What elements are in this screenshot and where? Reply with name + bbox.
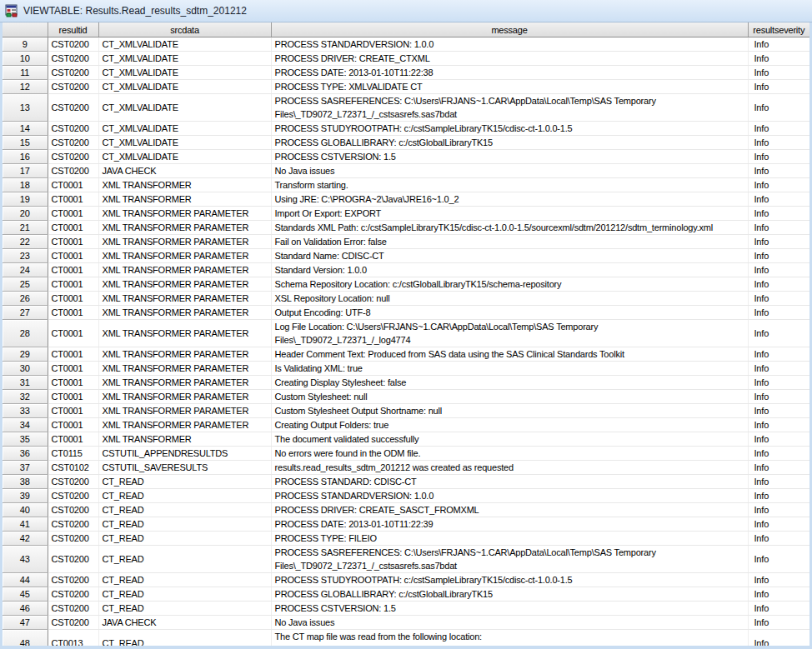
resultid-cell[interactable]: CT0001: [48, 362, 98, 376]
severity-cell[interactable]: Info: [748, 192, 809, 207]
message-cell[interactable]: Creating Display Stylesheet: false: [271, 376, 748, 390]
message-cell[interactable]: PROCESS TYPE: XMLVALIDATE CT: [271, 80, 748, 94]
message-cell[interactable]: Import Or Export: EXPORT: [271, 207, 748, 221]
srcdata-cell[interactable]: CT_READ: [98, 489, 271, 503]
severity-cell[interactable]: Info: [748, 320, 809, 347]
srcdata-cell[interactable]: XML TRANSFORMER: [98, 178, 271, 192]
resultid-cell[interactable]: CT0001: [48, 277, 98, 292]
message-cell[interactable]: Custom Stylesheet: null: [271, 390, 748, 404]
srcdata-cell[interactable]: XML TRANSFORMER PARAMETER: [98, 207, 271, 221]
srcdata-cell[interactable]: XML TRANSFORMER PARAMETER: [98, 390, 271, 404]
row-number-cell[interactable]: 20: [3, 207, 48, 221]
severity-cell[interactable]: Info: [748, 616, 809, 630]
severity-cell[interactable]: Info: [748, 587, 809, 602]
row-number-cell[interactable]: 42: [3, 532, 48, 546]
message-cell[interactable]: PROCESS STANDARD: CDISC-CT: [271, 475, 748, 489]
viewtable-grid-icon[interactable]: [5, 4, 18, 17]
severity-cell[interactable]: Info: [748, 602, 809, 616]
row-number-cell[interactable]: 30: [3, 362, 48, 376]
severity-cell[interactable]: Info: [748, 503, 809, 517]
severity-cell[interactable]: Info: [748, 376, 809, 390]
message-cell[interactable]: Log File Location: C:\Users\FRJANS~1.CAR…: [271, 320, 748, 347]
srcdata-cell[interactable]: XML TRANSFORMER PARAMETER: [98, 347, 271, 362]
message-cell[interactable]: Header Comment Text: Produced from SAS d…: [271, 347, 748, 362]
row-number-cell[interactable]: 33: [3, 404, 48, 418]
message-cell[interactable]: PROCESS DATE: 2013-01-10T11:22:38: [271, 66, 748, 80]
severity-cell[interactable]: Info: [748, 277, 809, 292]
message-cell[interactable]: PROCESS DRIVER: CREATE_SASCT_FROMXML: [271, 503, 748, 517]
resultid-cell[interactable]: CST0200: [48, 37, 98, 52]
severity-cell[interactable]: Info: [748, 362, 809, 376]
srcdata-cell[interactable]: CT_XMLVALIDATE: [98, 52, 271, 66]
resultid-cell[interactable]: CST0200: [48, 94, 98, 122]
resultid-cell[interactable]: CST0200: [48, 587, 98, 602]
severity-cell[interactable]: Info: [748, 475, 809, 489]
srcdata-cell[interactable]: CT_READ: [98, 546, 271, 573]
resultid-cell[interactable]: CST0200: [48, 52, 98, 66]
srcdata-cell[interactable]: XML TRANSFORMER PARAMETER: [98, 404, 271, 418]
message-cell[interactable]: Output Encoding: UTF-8: [271, 306, 748, 320]
column-header-message[interactable]: message: [271, 22, 748, 37]
severity-cell[interactable]: Info: [748, 221, 809, 235]
severity-cell[interactable]: Info: [748, 164, 809, 178]
message-cell[interactable]: Standard Version: 1.0.0: [271, 263, 748, 277]
resultid-cell[interactable]: CT0001: [48, 320, 98, 347]
resultid-cell[interactable]: CST0102: [48, 461, 98, 475]
srcdata-cell[interactable]: XML TRANSFORMER PARAMETER: [98, 263, 271, 277]
row-number-cell[interactable]: 12: [3, 80, 48, 94]
row-number-cell[interactable]: 9: [3, 37, 48, 52]
row-number-cell[interactable]: 39: [3, 489, 48, 503]
srcdata-cell[interactable]: XML TRANSFORMER PARAMETER: [98, 292, 271, 306]
srcdata-cell[interactable]: CSTUTIL_APPENDRESULTDS: [98, 447, 271, 461]
resultid-cell[interactable]: CT0001: [48, 221, 98, 235]
resultid-cell[interactable]: CT0001: [48, 292, 98, 306]
srcdata-cell[interactable]: CT_XMLVALIDATE: [98, 66, 271, 80]
resultid-cell[interactable]: CT0001: [48, 390, 98, 404]
row-number-cell[interactable]: 34: [3, 418, 48, 432]
message-cell[interactable]: PROCESS STUDYROOTPATH: c:/cstSampleLibra…: [271, 573, 748, 587]
row-number-cell[interactable]: 15: [3, 136, 48, 150]
severity-cell[interactable]: Info: [748, 489, 809, 503]
resultid-cell[interactable]: CT0001: [48, 418, 98, 432]
srcdata-cell[interactable]: XML TRANSFORMER PARAMETER: [98, 306, 271, 320]
row-number-cell[interactable]: 21: [3, 221, 48, 235]
severity-cell[interactable]: Info: [748, 432, 809, 447]
srcdata-cell[interactable]: CT_READ: [98, 475, 271, 489]
message-cell[interactable]: The CT map file was read from the follow…: [271, 630, 748, 647]
message-cell[interactable]: PROCESS STUDYROOTPATH: c:/cstSampleLibra…: [271, 122, 748, 136]
row-number-cell[interactable]: 47: [3, 616, 48, 630]
resultid-cell[interactable]: CST0200: [48, 503, 98, 517]
message-cell[interactable]: Custom Stylesheet Output Shortname: null: [271, 404, 748, 418]
message-cell[interactable]: No Java issues: [271, 616, 748, 630]
severity-cell[interactable]: Info: [748, 94, 809, 122]
column-header-rownum[interactable]: [3, 22, 48, 37]
srcdata-cell[interactable]: CT_XMLVALIDATE: [98, 94, 271, 122]
severity-cell[interactable]: Info: [748, 418, 809, 432]
message-cell[interactable]: PROCESS CSTVERSION: 1.5: [271, 602, 748, 616]
severity-cell[interactable]: Info: [748, 306, 809, 320]
resultid-cell[interactable]: CT0013: [48, 630, 98, 647]
srcdata-cell[interactable]: CSTUTIL_SAVERESULTS: [98, 461, 271, 475]
message-cell[interactable]: PROCESS STANDARDVERSION: 1.0.0: [271, 489, 748, 503]
resultid-cell[interactable]: CST0200: [48, 66, 98, 80]
resultid-cell[interactable]: CST0200: [48, 616, 98, 630]
severity-cell[interactable]: Info: [748, 573, 809, 587]
srcdata-cell[interactable]: XML TRANSFORMER PARAMETER: [98, 235, 271, 249]
resultid-cell[interactable]: CST0200: [48, 136, 98, 150]
row-number-cell[interactable]: 16: [3, 150, 48, 164]
row-number-cell[interactable]: 37: [3, 461, 48, 475]
row-number-cell[interactable]: 27: [3, 306, 48, 320]
message-cell[interactable]: Schema Repository Location: c:/cstGlobal…: [271, 277, 748, 292]
message-cell[interactable]: PROCESS SASREFERENCES: C:\Users\FRJANS~1…: [271, 546, 748, 573]
severity-cell[interactable]: Info: [748, 52, 809, 66]
resultid-cell[interactable]: CST0200: [48, 602, 98, 616]
resultid-cell[interactable]: CT0001: [48, 235, 98, 249]
message-cell[interactable]: PROCESS GLOBALLIBRARY: c:/cstGlobalLibra…: [271, 587, 748, 602]
srcdata-cell[interactable]: XML TRANSFORMER: [98, 432, 271, 447]
severity-cell[interactable]: Info: [748, 461, 809, 475]
resultid-cell[interactable]: CST0200: [48, 517, 98, 532]
resultid-cell[interactable]: CT0001: [48, 376, 98, 390]
srcdata-cell[interactable]: CT_XMLVALIDATE: [98, 80, 271, 94]
message-cell[interactable]: PROCESS CSTVERSION: 1.5: [271, 150, 748, 164]
resultid-cell[interactable]: CST0200: [48, 122, 98, 136]
